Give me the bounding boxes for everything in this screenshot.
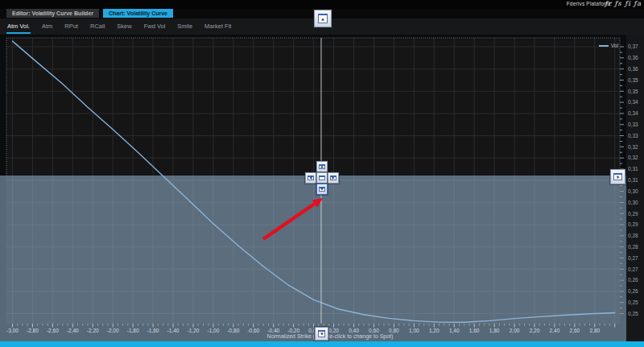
svg-text:-1,80: -1,80: [127, 328, 139, 333]
subtab-smile[interactable]: Smile: [176, 21, 193, 34]
dock-cross-right[interactable]: [328, 172, 339, 184]
dock-window-icon: [319, 164, 324, 170]
svg-text:0,35: 0,35: [628, 89, 638, 94]
svg-text:0,36: 0,36: [628, 55, 638, 60]
svg-text:0,35: 0,35: [628, 77, 638, 83]
svg-text:0,40: 0,40: [349, 328, 359, 333]
svg-text:-0,60: -0,60: [247, 328, 259, 333]
legend-line-swatch: [599, 45, 609, 47]
svg-text:0,26: 0,26: [628, 277, 638, 283]
dock-window-icon: [318, 14, 328, 23]
svg-text:0,25: 0,25: [628, 299, 638, 305]
svg-text:0,30: 0,30: [628, 188, 638, 194]
svg-text:-1,00: -1,00: [207, 328, 219, 333]
svg-text:1,60: 1,60: [469, 328, 480, 333]
dock-window-icon: [319, 176, 324, 181]
svg-text:0,28: 0,28: [628, 233, 638, 238]
svg-text:0,80: 0,80: [389, 328, 399, 333]
subtab-skew[interactable]: Skew: [116, 21, 132, 34]
svg-text:-2,80: -2,80: [27, 328, 39, 333]
x-axis-title[interactable]: Normalized Strike (Double-click to chang…: [258, 333, 402, 339]
svg-text:2,40: 2,40: [550, 328, 560, 333]
dock-target-bottom[interactable]: [315, 327, 328, 341]
svg-text:0,28: 0,28: [628, 244, 638, 250]
subtab-atm[interactable]: Atm: [41, 21, 53, 34]
svg-text:0,36: 0,36: [628, 66, 638, 72]
svg-text:0,31: 0,31: [628, 166, 638, 171]
svg-text:0,32: 0,32: [628, 144, 638, 150]
svg-text:0,34: 0,34: [628, 110, 638, 116]
title-bar: Fderivs Plataform: ƒr ƒs ƒi ƒa: [0, 0, 644, 9]
svg-text:1,00: 1,00: [409, 328, 419, 333]
svg-text:0,34: 0,34: [628, 99, 638, 105]
svg-text:-1,20: -1,20: [188, 328, 200, 333]
svg-text:0,33: 0,33: [628, 133, 638, 138]
svg-text:-1,60: -1,60: [147, 328, 159, 333]
svg-text:2,80: 2,80: [589, 328, 600, 333]
subtab-fwd-vol[interactable]: Fwd Vol: [143, 21, 167, 34]
svg-text:-2,40: -2,40: [67, 328, 79, 333]
svg-text:-2,20: -2,20: [87, 328, 99, 333]
legend-label: Vol: [611, 43, 618, 48]
dock-cross-top[interactable]: [316, 161, 328, 172]
bottom-accent-bar: [0, 341, 644, 347]
svg-text:-2,00: -2,00: [107, 328, 119, 333]
svg-text:2,60: 2,60: [570, 328, 580, 333]
dock-window-icon: [318, 330, 325, 337]
subtab-market-fit[interactable]: Market Fit: [204, 21, 232, 34]
chart-legend[interactable]: Vol: [599, 43, 618, 48]
svg-text:1,40: 1,40: [449, 328, 460, 333]
svg-text:-1,40: -1,40: [167, 328, 180, 333]
dock-target-right[interactable]: [610, 169, 625, 184]
svg-text:-3,00: -3,00: [6, 328, 19, 333]
dock-window-icon: [319, 187, 324, 192]
subtab-rput[interactable]: RPut: [64, 21, 79, 34]
subtab-atm-vol[interactable]: Atm Vol.: [6, 21, 31, 34]
svg-text:1,20: 1,20: [429, 328, 440, 333]
svg-text:0,29: 0,29: [628, 211, 638, 217]
svg-text:0,27: 0,27: [628, 255, 638, 261]
dock-window-icon: [330, 176, 336, 181]
subtab-rcall[interactable]: RCall: [89, 21, 105, 34]
svg-text:0,32: 0,32: [628, 155, 638, 160]
svg-text:0,30: 0,30: [628, 200, 638, 205]
svg-text:2,20: 2,20: [530, 328, 540, 333]
svg-text:2,00: 2,00: [510, 328, 520, 333]
svg-text:-2,60: -2,60: [47, 328, 59, 333]
dock-window-icon: [613, 173, 621, 181]
svg-text:0,29: 0,29: [628, 221, 638, 227]
svg-text:0,25: 0,25: [628, 311, 638, 316]
svg-text:1,80: 1,80: [489, 328, 500, 333]
dock-window-icon: [308, 176, 313, 181]
svg-text:0,31: 0,31: [628, 177, 638, 183]
tab-editor-volatility-curve-builder[interactable]: Editor: Volatility Curve Builder: [6, 9, 99, 18]
svg-text:0,60: 0,60: [369, 328, 379, 333]
dock-cross-left[interactable]: [305, 172, 316, 184]
svg-text:-0,20: -0,20: [287, 328, 299, 333]
svg-text:0,27: 0,27: [628, 266, 638, 272]
dock-cross-center[interactable]: [316, 172, 328, 184]
dock-target-cross: [305, 161, 339, 195]
brand-logo-glyphs: ƒr ƒs ƒi ƒa: [605, 0, 642, 7]
chart-subtabs: Atm Vol.AtmRPutRCallSkewFwd VolSmileMark…: [6, 21, 232, 34]
dock-cross-bottom[interactable]: [316, 184, 328, 195]
app-window: Fderivs Plataform: ƒr ƒs ƒi ƒa Editor: V…: [0, 0, 644, 347]
svg-text:0,37: 0,37: [628, 43, 638, 49]
svg-text:-0,40: -0,40: [267, 328, 279, 333]
svg-text:-0,80: -0,80: [227, 328, 239, 333]
tab-chart-volatility-curve[interactable]: Chart: Volatility Curve: [103, 9, 173, 18]
document-tabs: Editor: Volatility Curve BuilderChart: V…: [6, 9, 173, 18]
svg-text:0,33: 0,33: [628, 122, 638, 127]
svg-text:0,26: 0,26: [628, 288, 638, 294]
dock-target-top[interactable]: [314, 10, 332, 27]
svg-text:0,20: 0,20: [328, 328, 339, 333]
